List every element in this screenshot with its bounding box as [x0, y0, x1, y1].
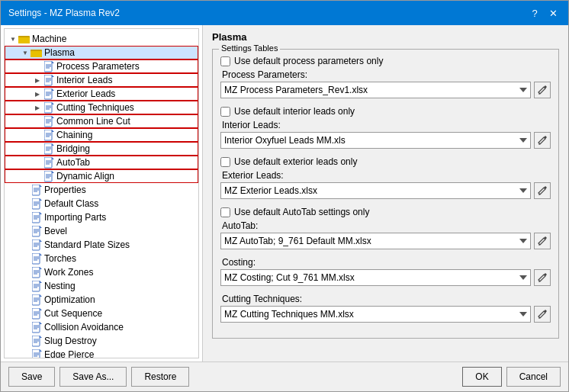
tree-item-machine[interactable]: ▼Machine	[5, 32, 198, 46]
tree-expand-interior-leads[interactable]: ▶	[32, 77, 43, 84]
checkbox-1[interactable]	[220, 107, 230, 117]
tree-item-importing-parts[interactable]: Importing Parts	[5, 210, 198, 224]
content-area: ▼Machine▼PlasmaProcess Parameters▶Interi…	[1, 25, 568, 361]
svg-marker-7	[52, 61, 54, 63]
dropdown-select-4[interactable]: MZ Costing; Cut 9_761 MM.xlsx	[220, 269, 531, 286]
checkbox-0[interactable]	[220, 56, 230, 66]
dialog-title: Settings - MZ Plasma Rev2	[8, 8, 120, 18]
svg-marker-32	[52, 130, 54, 132]
tree-label-plasma: Plasma	[44, 47, 75, 58]
tree-item-cut-sequence[interactable]: Cut Sequence	[5, 307, 198, 320]
settings-row-3: Use default AutoTab settings onlyAutoTab…	[220, 207, 551, 249]
tree-container[interactable]: ▼Machine▼PlasmaProcess Parameters▶Interi…	[4, 28, 199, 358]
settings-dialog: Settings - MZ Plasma Rev2 ? ✕ ▼Machine▼P…	[0, 0, 569, 392]
checkbox-label-1: Use default interior leads only	[234, 106, 355, 117]
svg-marker-87	[40, 281, 42, 283]
edit-button-1[interactable]	[534, 132, 551, 149]
svg-marker-77	[40, 253, 42, 255]
save-button[interactable]: Save	[8, 367, 55, 387]
tree-item-bridging[interactable]: Bridging	[5, 142, 198, 156]
tree-label-collision-avoidance: Collision Avoidance	[44, 322, 124, 333]
tree-label-work-zones: Work Zones	[44, 267, 93, 278]
settings-group-box: Settings Tables Use default process para…	[212, 49, 559, 339]
tree-label-autotab: AutoTab	[56, 157, 90, 168]
help-button[interactable]: ?	[527, 5, 542, 21]
dropdown-select-2[interactable]: MZ Exterior Leads.xlsx	[220, 182, 531, 199]
edit-button-3[interactable]	[534, 233, 551, 249]
svg-marker-62	[40, 212, 42, 214]
settings-row-2: Use default exterior leads onlyExterior …	[220, 156, 551, 199]
tree-item-properties[interactable]: Properties	[5, 183, 198, 197]
dropdown-row-3: MZ AutoTab; 9_761 Default MM.xlsx	[220, 233, 551, 249]
edit-button-2[interactable]	[534, 182, 551, 199]
tree-item-default-class[interactable]: Default Class	[5, 197, 198, 210]
tree-item-common-line-cut[interactable]: Common Line Cut	[5, 114, 198, 128]
tree-item-chaining[interactable]: Chaining	[5, 128, 198, 142]
tree-label-optimization: Optimization	[44, 294, 95, 305]
folder-icon-machine	[18, 33, 31, 45]
tree-item-optimization[interactable]: Optimization	[5, 293, 198, 307]
field-label-0: Process Parameters:	[222, 69, 551, 80]
tree-expand-machine[interactable]: ▼	[8, 36, 18, 43]
panel-title: Plasma	[212, 31, 559, 43]
dropdown-select-0[interactable]: MZ Process Parameters_Rev1.xlsx	[220, 82, 531, 98]
svg-marker-112	[40, 349, 42, 352]
tree-item-plasma[interactable]: ▼Plasma	[5, 46, 198, 59]
checkbox-row-1: Use default interior leads only	[220, 106, 551, 117]
doc-icon-properties	[31, 184, 43, 196]
edit-button-5[interactable]	[534, 306, 551, 323]
restore-button[interactable]: Restore	[131, 367, 189, 387]
tree-item-exterior-leads[interactable]: ▶Exterior Leads	[5, 87, 198, 101]
field-label-4: Costing:	[222, 257, 551, 268]
checkbox-3[interactable]	[220, 207, 230, 217]
settings-row-1: Use default interior leads onlyInterior …	[220, 106, 551, 149]
dropdown-row-5: MZ Cutting Techniques MM.xlsx	[220, 306, 551, 323]
ok-button[interactable]: OK	[462, 367, 501, 387]
edit-button-4[interactable]	[534, 269, 551, 286]
checkbox-label-3: Use default AutoTab settings only	[234, 207, 369, 217]
svg-marker-17	[52, 88, 54, 91]
tree-item-autotab[interactable]: AutoTab	[5, 156, 198, 169]
tree-item-dynamic-align[interactable]: Dynamic Align	[5, 169, 198, 183]
settings-rows: Use default process parameters onlyProce…	[220, 56, 551, 323]
svg-marker-22	[52, 102, 54, 104]
checkbox-row-0: Use default process parameters only	[220, 56, 551, 66]
tree-label-nesting: Nesting	[44, 281, 76, 291]
tree-label-chaining: Chaining	[56, 130, 92, 140]
svg-marker-102	[40, 322, 42, 324]
dropdown-select-1[interactable]: Interior Oxyfuel Leads MM.xls	[220, 132, 531, 149]
tree-item-cutting-techniques[interactable]: ▶Cutting Techniques	[5, 101, 198, 114]
tree-item-torches[interactable]: Torches	[5, 252, 198, 265]
doc-icon-edge-pierce	[31, 349, 43, 358]
tree-label-edge-pierce: Edge Pierce	[44, 349, 94, 358]
tree-item-edge-pierce[interactable]: Edge Pierce	[5, 348, 198, 358]
tree-label-cutting-techniques: Cutting Techniques	[56, 102, 134, 113]
tree-label-standard-plate-sizes: Standard Plate Sizes	[44, 239, 130, 250]
cancel-button[interactable]: Cancel	[506, 367, 561, 387]
svg-marker-82	[40, 267, 42, 269]
tree-expand-exterior-leads[interactable]: ▶	[32, 91, 43, 98]
svg-rect-2	[18, 37, 30, 43]
tree-item-collision-avoidance[interactable]: Collision Avoidance	[5, 320, 198, 334]
tree-item-standard-plate-sizes[interactable]: Standard Plate Sizes	[5, 238, 198, 252]
checkbox-2[interactable]	[220, 157, 230, 167]
close-button[interactable]: ✕	[545, 5, 561, 21]
tree-item-slug-destroy[interactable]: Slug Destroy	[5, 334, 198, 348]
tree-expand-cutting-techniques[interactable]: ▶	[32, 104, 43, 111]
tree-item-nesting[interactable]: Nesting	[5, 279, 198, 293]
tree-item-bevel[interactable]: Bevel	[5, 224, 198, 238]
dropdown-select-5[interactable]: MZ Cutting Techniques MM.xlsx	[220, 306, 531, 323]
title-bar: Settings - MZ Plasma Rev2 ? ✕	[1, 1, 568, 25]
tree-item-process-params[interactable]: Process Parameters	[5, 59, 198, 73]
tree-label-torches: Torches	[44, 253, 76, 264]
bottom-bar: Save Save As... Restore OK Cancel	[1, 361, 568, 391]
tree-item-work-zones[interactable]: Work Zones	[5, 265, 198, 279]
doc-icon-bevel	[31, 225, 43, 237]
dropdown-select-3[interactable]: MZ AutoTab; 9_761 Default MM.xlsx	[220, 233, 531, 249]
save-as-button[interactable]: Save As...	[59, 367, 127, 387]
tree-item-interior-leads[interactable]: ▶Interior Leads	[5, 73, 198, 87]
doc-icon-optimization	[31, 294, 43, 306]
tree-expand-plasma[interactable]: ▼	[20, 50, 31, 56]
edit-button-0[interactable]	[534, 82, 551, 98]
doc-icon-nesting	[31, 280, 43, 292]
